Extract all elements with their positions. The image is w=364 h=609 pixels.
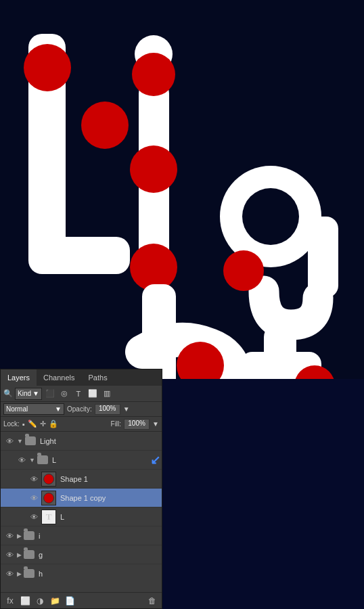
lock-transparent-icon[interactable]: ▪ — [22, 420, 25, 428]
new-group-button[interactable]: 📁 — [48, 594, 62, 608]
filter-pixel-icon[interactable]: ⬛ — [44, 388, 56, 400]
text-thumb-T: T — [46, 512, 52, 522]
thumb-text-L: T — [41, 510, 56, 524]
layer-h-label: h — [39, 570, 160, 578]
svg-point-8 — [130, 145, 177, 193]
thumb-shape1copy — [41, 491, 56, 505]
layer-shape1-label: Shape 1 — [60, 475, 160, 483]
opacity-label: Opacity: — [67, 405, 92, 413]
new-layer-button[interactable]: 📄 — [63, 594, 76, 608]
folder-icon-g — [24, 550, 35, 559]
eye-icon-light[interactable]: 👁 — [3, 435, 16, 447]
lock-all-icon[interactable]: 🔒 — [49, 420, 58, 428]
layer-g-folder[interactable]: 👁 ▶ g — [1, 545, 162, 564]
folder-arrow-g[interactable]: ▶ — [17, 551, 22, 558]
fill-controls: Fill: 100% ▼ — [111, 419, 159, 430]
filter-smart-icon[interactable]: ▥ — [101, 388, 113, 400]
folder-arrow-i[interactable]: ▶ — [17, 533, 22, 539]
eye-icon-shape1copy[interactable]: 👁 — [28, 492, 40, 504]
delete-layer-button[interactable]: 🗑 — [145, 594, 159, 608]
layer-text-L-label: L — [60, 513, 160, 521]
blend-mode-row: Normal ▼ Opacity: 100% ▼ — [1, 402, 162, 417]
lock-position-icon[interactable]: ✛ — [40, 420, 46, 428]
svg-point-9 — [130, 244, 177, 291]
svg-point-11 — [242, 188, 299, 245]
folder-arrow-L[interactable]: ▼ — [29, 457, 35, 464]
svg-point-4 — [81, 102, 129, 149]
folder-icon-h — [24, 569, 35, 578]
layer-shape1copy-label: Shape 1 copy — [60, 494, 160, 502]
filter-type-icon[interactable]: T — [72, 388, 85, 400]
layer-shape1[interactable]: 👁 Shape 1 — [1, 470, 162, 489]
eye-icon-shape1[interactable]: 👁 — [28, 473, 40, 485]
add-mask-button[interactable]: ⬜ — [18, 594, 32, 608]
svg-point-3 — [24, 44, 71, 91]
folder-arrow-light[interactable]: ▼ — [17, 438, 23, 445]
layers-panel: Layers Channels Paths 🔍 Kind ▼ ⬛ ◎ T ⬜ ▥… — [0, 369, 162, 609]
opacity-controls: Opacity: 100% ▼ — [67, 404, 130, 415]
eye-icon-g[interactable]: 👁 — [3, 549, 16, 561]
layer-g-label: g — [39, 551, 160, 559]
opacity-arrow[interactable]: ▼ — [123, 405, 130, 413]
canvas-area — [0, 0, 364, 379]
layer-i-folder[interactable]: 👁 ▶ i — [1, 526, 162, 545]
eye-icon-h[interactable]: 👁 — [3, 568, 16, 580]
folder-arrow-h[interactable]: ▶ — [17, 570, 22, 577]
folder-icon-i — [24, 531, 35, 540]
fill-input[interactable]: 100% — [124, 419, 150, 430]
folder-icon-light — [25, 436, 36, 445]
new-fill-layer-button[interactable]: ◑ — [33, 594, 47, 608]
tab-layers[interactable]: Layers — [1, 369, 37, 386]
search-icon: 🔍 — [3, 389, 13, 399]
blend-mode-select[interactable]: Normal ▼ — [3, 403, 64, 415]
layers-list: 👁 ▼ Light 👁 ▼ L ↙ 👁 Shape 1 👁 — [1, 432, 162, 581]
layer-h-folder[interactable]: 👁 ▶ h — [1, 564, 162, 581]
layer-i-label: i — [39, 532, 160, 540]
thumb-shape1 — [41, 472, 56, 487]
svg-point-13 — [223, 250, 264, 291]
add-style-button[interactable]: fx — [3, 594, 17, 608]
filter-kind-select[interactable]: Kind ▼ — [15, 388, 42, 400]
svg-point-7 — [132, 53, 175, 96]
lock-label: Lock: — [3, 420, 20, 428]
filter-adjust-icon[interactable]: ◎ — [58, 388, 70, 400]
lock-row: Lock: ▪ ✏️ ✛ 🔒 Fill: 100% ▼ — [1, 417, 162, 432]
panel-bottom-icons: fx ⬜ ◑ 📁 📄 🗑 — [1, 592, 162, 608]
layer-L-folder[interactable]: 👁 ▼ L ↙ — [1, 451, 162, 470]
folder-icon-L — [37, 455, 48, 464]
tab-channels[interactable]: Channels — [37, 369, 81, 386]
filter-shape-icon[interactable]: ⬜ — [87, 388, 99, 400]
fill-label: Fill: — [111, 420, 122, 428]
layer-light-label: Light — [40, 437, 160, 445]
svg-rect-2 — [28, 237, 130, 274]
lock-image-icon[interactable]: ✏️ — [28, 420, 37, 428]
layer-light[interactable]: 👁 ▼ Light — [1, 432, 162, 451]
eye-icon-text-L[interactable]: 👁 — [28, 511, 40, 523]
opacity-input[interactable]: 100% — [95, 404, 120, 415]
layer-text-L[interactable]: 👁 T L — [1, 508, 162, 526]
eye-icon-i[interactable]: 👁 — [3, 530, 16, 542]
panel-tabs: Layers Channels Paths — [1, 369, 162, 386]
layer-L-label: L — [52, 456, 146, 464]
tab-paths[interactable]: Paths — [82, 369, 114, 386]
layer-shape1copy[interactable]: 👁 Shape 1 copy — [1, 489, 162, 508]
filter-row: 🔍 Kind ▼ ⬛ ◎ T ⬜ ▥ — [1, 386, 162, 402]
blue-arrow-indicator: ↙ — [150, 453, 160, 467]
eye-icon-L[interactable]: 👁 — [16, 454, 28, 466]
